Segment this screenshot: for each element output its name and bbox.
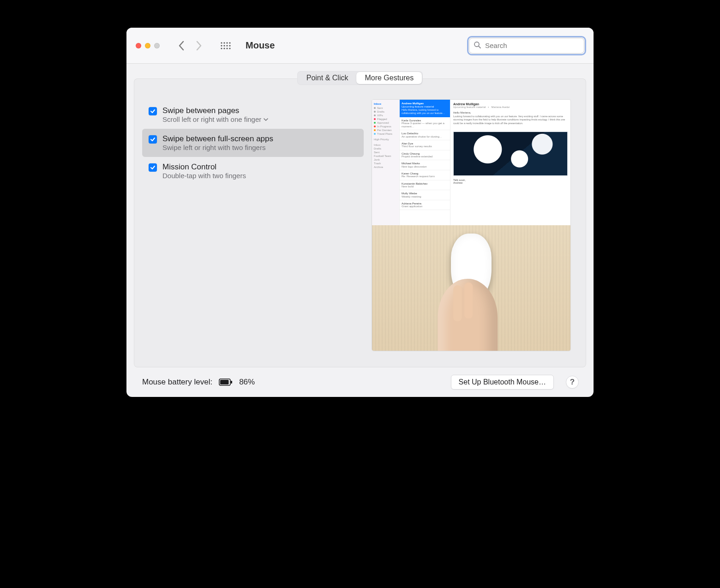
search-field[interactable] (469, 38, 584, 54)
nav-buttons (178, 41, 202, 51)
search-icon (474, 41, 481, 50)
svg-point-4 (221, 45, 222, 46)
svg-point-11 (229, 48, 230, 49)
battery-label: Mouse battery level: (142, 378, 212, 387)
preview-desk (372, 225, 570, 351)
svg-point-3 (229, 42, 230, 43)
svg-point-8 (221, 48, 222, 49)
svg-point-5 (223, 45, 225, 46)
svg-point-0 (221, 42, 222, 43)
checkbox-mission-control[interactable] (149, 163, 157, 172)
svg-point-7 (229, 45, 230, 46)
battery-percent: 86% (239, 378, 255, 387)
preview-screen: Inbox Sent Drafts VIPs Flagged Approved … (372, 100, 570, 225)
gestures-panel: Swipe between pages Scroll left or right… (134, 78, 586, 367)
checkbox-swipe-pages[interactable] (149, 107, 157, 115)
back-button[interactable] (178, 41, 185, 51)
preview-hand (438, 279, 498, 351)
svg-line-13 (479, 46, 480, 48)
content-area: Point & Click More Gestures Swipe betwee… (126, 64, 594, 397)
tab-bar: Point & Click More Gestures (297, 71, 423, 85)
option-subtitle[interactable]: Scroll left or right with one finger (162, 115, 269, 123)
svg-rect-15 (231, 381, 232, 384)
tab-point-click[interactable]: Point & Click (298, 72, 357, 84)
help-button[interactable]: ? (566, 376, 579, 389)
svg-point-9 (223, 48, 225, 49)
zoom-button[interactable] (154, 43, 160, 48)
setup-bluetooth-mouse-button[interactable]: Set Up Bluetooth Mouse… (451, 375, 554, 390)
search-input[interactable] (469, 38, 584, 54)
chevron-down-icon (263, 117, 269, 122)
svg-rect-16 (220, 380, 229, 384)
window-title: Mouse (246, 40, 275, 51)
option-swipe-pages[interactable]: Swipe between pages Scroll left or right… (142, 101, 364, 129)
battery-icon (219, 378, 233, 386)
footer: Mouse battery level: 86% Set Up Bluetoot… (134, 367, 586, 397)
gesture-options-list: Swipe between pages Scroll left or right… (142, 101, 364, 359)
preferences-window: Mouse Point & Click More Gestures (126, 28, 594, 397)
gesture-preview: Inbox Sent Drafts VIPs Flagged Approved … (372, 100, 570, 351)
svg-point-6 (226, 45, 228, 46)
window-controls (136, 43, 160, 48)
tab-more-gestures[interactable]: More Gestures (356, 72, 422, 84)
option-title: Swipe between full-screen apps (162, 134, 273, 144)
option-subtitle: Double-tap with two fingers (162, 172, 246, 180)
window-toolbar: Mouse (126, 28, 594, 64)
close-button[interactable] (136, 43, 141, 48)
svg-point-1 (223, 42, 225, 43)
svg-point-10 (226, 48, 228, 49)
option-title: Swipe between pages (162, 106, 269, 115)
forward-button[interactable] (196, 41, 202, 51)
svg-point-2 (226, 42, 228, 43)
show-all-icon[interactable] (221, 42, 231, 49)
checkbox-swipe-fullscreen[interactable] (149, 135, 157, 144)
minimize-button[interactable] (145, 43, 150, 48)
option-mission-control[interactable]: Mission Control Double-tap with two fing… (142, 157, 364, 185)
option-subtitle: Swipe left or right with two fingers (162, 144, 273, 151)
option-swipe-fullscreen[interactable]: Swipe between full-screen apps Swipe lef… (142, 129, 364, 157)
option-title: Mission Control (162, 162, 246, 172)
